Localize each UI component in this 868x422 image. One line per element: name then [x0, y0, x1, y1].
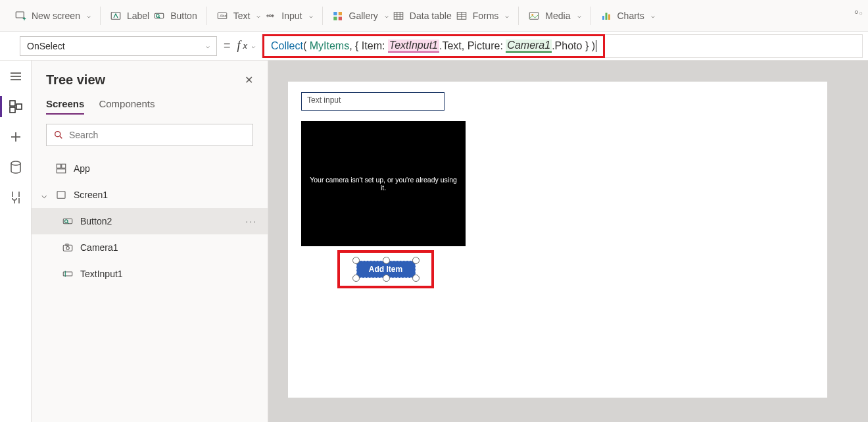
svg-rect-34 — [10, 101, 15, 106]
rail-tools-button[interactable] — [8, 190, 24, 205]
rail-data-button[interactable] — [8, 159, 24, 175]
tree-node-label: Button2 — [80, 216, 239, 226]
tree-search-box[interactable] — [46, 124, 253, 146]
resize-handle[interactable] — [352, 257, 360, 264]
resize-handle[interactable] — [383, 275, 390, 282]
camera-icon — [62, 242, 74, 253]
canvas-textinput-control[interactable]: Text input — [301, 92, 445, 111]
formula-token: , { Item: — [349, 40, 388, 52]
resize-handle[interactable] — [412, 275, 420, 282]
charts-icon — [600, 10, 612, 22]
canvas-area[interactable]: Text input Your camera isn't set up, or … — [268, 61, 868, 422]
equals-sign: = — [224, 39, 231, 53]
close-panel-button[interactable]: ✕ — [245, 74, 253, 86]
tree-view-title: Tree view — [46, 72, 105, 88]
svg-rect-51 — [63, 272, 72, 276]
chevron-down-icon: ⌵ — [206, 42, 210, 49]
tree-node-more-button[interactable]: ··· — [245, 216, 268, 226]
chevron-down-icon: ⌵ — [87, 12, 91, 19]
svg-rect-36 — [16, 104, 22, 109]
insert-input-button[interactable]: Input ⌵ — [264, 10, 312, 22]
text-icon: Abc — [216, 10, 228, 22]
property-name: OnSelect — [27, 41, 65, 51]
svg-rect-45 — [57, 192, 65, 199]
insert-media-button[interactable]: Media ⌵ — [528, 10, 581, 22]
resize-handle[interactable] — [412, 257, 420, 264]
formula-input[interactable]: Collect( MyItems, { Item: TextInput1.Tex… — [262, 34, 605, 58]
svg-rect-42 — [57, 164, 60, 168]
text-cursor — [596, 40, 596, 52]
svg-rect-28 — [602, 16, 604, 20]
rail-treeview-button[interactable] — [8, 99, 24, 115]
ribbon-overflow-icon[interactable]: °○ — [854, 9, 863, 22]
chevron-down-icon: ⌵ — [309, 12, 313, 19]
screen-plus-icon — [14, 10, 26, 22]
left-rail — [0, 61, 32, 422]
resize-handle[interactable] — [383, 257, 390, 264]
chevron-down-icon: ⌵ — [251, 42, 255, 49]
gallery-label: Gallery — [349, 11, 378, 21]
label-text: Label — [127, 11, 149, 21]
media-label: Media — [545, 11, 570, 21]
insert-gallery-button[interactable]: Gallery ⌵ — [332, 10, 389, 22]
formula-token: .Text, Picture: — [439, 40, 506, 52]
tree-node-screen1[interactable]: ⌵ Screen1 — [32, 182, 268, 208]
forms-label: Forms — [473, 11, 499, 21]
svg-rect-15 — [333, 16, 337, 20]
chevron-down-icon: ⌵ — [651, 12, 655, 19]
tree-node-button2[interactable]: Button2 ··· — [32, 208, 268, 234]
tree-view-panel: Tree view ✕ Screens Components App ⌵ — [32, 61, 268, 422]
canvas-camera-control[interactable]: Your camera isn't set up, or you're alre… — [301, 121, 466, 246]
svg-line-41 — [60, 136, 62, 138]
screen-icon — [55, 189, 67, 201]
insert-button-button[interactable]: Button — [153, 10, 197, 22]
tree-node-app[interactable]: App — [32, 155, 268, 182]
tree-list: App ⌵ Screen1 Button2 ··· Camera1 TextIn… — [32, 155, 268, 422]
tab-screens[interactable]: Screens — [46, 94, 84, 115]
insert-forms-button[interactable]: Forms ⌵ — [456, 10, 510, 22]
svg-rect-16 — [338, 16, 341, 20]
svg-rect-14 — [338, 12, 341, 15]
tab-components[interactable]: Components — [99, 94, 155, 115]
new-screen-label: New screen — [32, 11, 80, 21]
formula-bar: OnSelect ⌵ = fx⌵ Collect( MyItems, { Ite… — [0, 32, 868, 61]
forms-icon — [456, 10, 468, 22]
rail-hamburger-button[interactable] — [8, 68, 24, 84]
tree-node-label: Camera1 — [80, 242, 268, 253]
label-icon — [110, 10, 122, 22]
fx-button[interactable]: fx⌵ — [237, 39, 256, 53]
formula-token: .Photo } ) — [552, 40, 595, 52]
gallery-icon — [332, 10, 344, 22]
svg-rect-30 — [608, 14, 610, 19]
tree-node-camera1[interactable]: Camera1 — [32, 234, 268, 261]
resize-handle[interactable] — [352, 275, 360, 282]
property-dropdown[interactable]: OnSelect ⌵ — [20, 36, 217, 56]
insert-text-button[interactable]: Abc Text ⌵ — [216, 10, 261, 22]
search-icon — [53, 130, 64, 140]
canvas-button-control[interactable]: Add Item — [356, 261, 416, 278]
formula-token-ref-camera: Camera1 — [506, 40, 552, 53]
rail-insert-button[interactable] — [8, 129, 24, 145]
formula-token-variable: MyItems — [306, 40, 349, 52]
chevron-down-icon[interactable]: ⌵ — [39, 190, 49, 200]
media-icon — [528, 10, 540, 22]
input-icon — [264, 10, 276, 22]
insert-charts-button[interactable]: Charts ⌵ — [600, 10, 655, 22]
new-screen-button[interactable]: New screen ⌵ — [14, 10, 91, 22]
datatable-icon — [393, 10, 404, 22]
canvas-button-label: Add Item — [369, 265, 402, 274]
insert-datatable-button[interactable]: Data table — [393, 10, 452, 22]
tree-node-textinput1[interactable]: TextInput1 — [32, 261, 268, 287]
tree-node-label: TextInput1 — [80, 269, 268, 279]
text-label: Text — [233, 11, 251, 21]
svg-rect-17 — [394, 12, 403, 19]
svg-rect-44 — [57, 169, 66, 173]
tree-search-input[interactable] — [69, 130, 246, 140]
chevron-down-icon: ⌵ — [577, 12, 581, 19]
tree-node-label: Screen1 — [74, 190, 268, 200]
insert-label-button[interactable]: Label — [110, 10, 149, 22]
canvas-screen[interactable]: Text input Your camera isn't set up, or … — [288, 82, 827, 398]
svg-point-10 — [270, 14, 272, 16]
datatable-label: Data table — [410, 11, 452, 21]
formula-input-container: Collect( MyItems, { Item: TextInput1.Tex… — [262, 34, 863, 58]
